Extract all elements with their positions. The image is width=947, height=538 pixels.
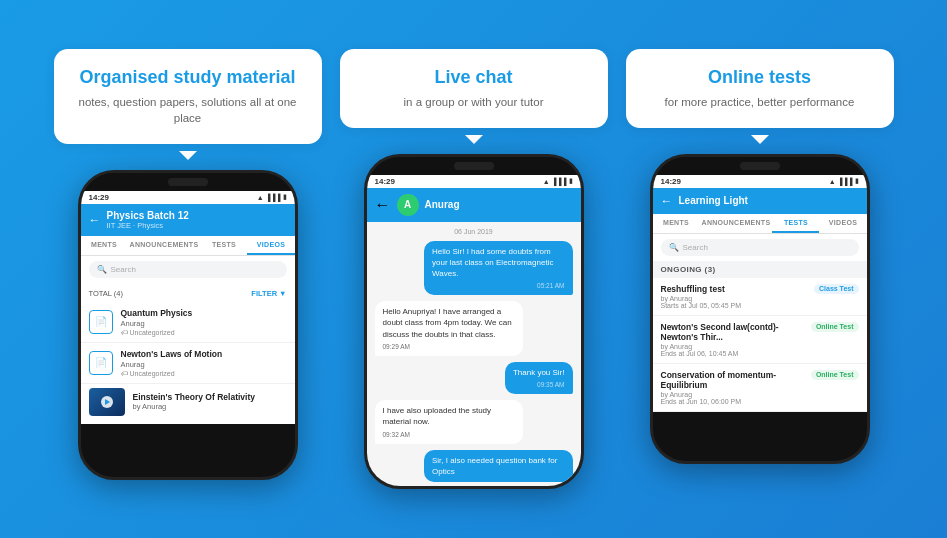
notch-pill-3 (740, 162, 780, 170)
test-name-1: Reshuffling test (661, 284, 811, 294)
list-item[interactable]: Conservation of momentum-Equilibrium Onl… (653, 364, 867, 412)
msg-time-3: 09:35 AM (513, 380, 565, 389)
msg-time-4: 09:32 AM (383, 430, 516, 439)
wifi-icon-2: ▲ (543, 178, 550, 185)
list-item[interactable]: 📄 Quantum Physics Anurag 🏷 Uncategorized (81, 302, 295, 343)
battery-icon-3: ▮ (855, 177, 859, 185)
search-icon-3: 🔍 (669, 243, 679, 252)
panel-online-tests: Online tests for more practice, better p… (626, 49, 894, 464)
file-tag-1: 🏷 Uncategorized (121, 329, 193, 336)
phone-2: 14:29 ▲ ▐▐▐ ▮ ← A Anurag 06 Jun 2019 Hel… (364, 154, 584, 489)
chat-screen-2: 06 Jun 2019 Hello Sir! I had some doubts… (367, 222, 581, 486)
callout-heading-3: Online tests (648, 67, 872, 89)
time-2: 14:29 (375, 177, 395, 186)
back-arrow-3[interactable]: ← (661, 194, 673, 208)
search-placeholder-1: Search (111, 265, 136, 274)
tag-icon-1: 🏷 (121, 329, 128, 336)
play-button-1[interactable] (101, 396, 113, 408)
tab-ments-1[interactable]: MENTS (81, 236, 128, 255)
play-triangle-icon-1 (105, 399, 110, 405)
search-bar-3: 🔍 Search (653, 234, 867, 261)
file-info-1: Quantum Physics Anurag 🏷 Uncategorized (121, 308, 193, 336)
test-title-row-3: Conservation of momentum-Equilibrium Onl… (661, 370, 859, 390)
notch-pill-1 (168, 178, 208, 186)
title-block-3: Learning Light (679, 195, 859, 206)
status-bar-3: 14:29 ▲ ▐▐▐ ▮ (653, 175, 867, 188)
file-author-1: Anurag (121, 319, 193, 328)
callout-online-tests: Online tests for more practice, better p… (626, 49, 894, 128)
list-item: I have also uploaded the study material … (375, 400, 524, 443)
tests-screen-3: ONGOING (3) Reshuffling test Class Test … (653, 261, 867, 412)
app-title-3: Learning Light (679, 195, 859, 206)
list-item: Sir, I also needed question bank for Opt… (424, 450, 573, 482)
file-author-2: Anurag (121, 360, 223, 369)
phone-notch-3 (653, 157, 867, 175)
phone-notch-1 (81, 173, 295, 191)
test-date-1: Starts at Jul 05, 05:45 PM (661, 302, 859, 309)
list-item[interactable]: Einstein's Theory Of Relativity by Anura… (81, 384, 295, 420)
list-item[interactable]: 📄 Newton's Laws of Motion Anurag 🏷 Uncat… (81, 343, 295, 384)
phone-1: 14:29 ▲ ▐▐▐ ▮ ← Physics Batch 12 IIT JEE… (78, 170, 298, 480)
test-title-row-1: Reshuffling test Class Test (661, 284, 859, 294)
title-block-1: Physics Batch 12 IIT JEE · Physics (107, 210, 287, 230)
battery-icon-2: ▮ (569, 177, 573, 185)
wifi-icon-1: ▲ (257, 194, 264, 201)
tab-announcements-1[interactable]: ANNOUNCEMENTS (128, 236, 201, 255)
time-3: 14:29 (661, 177, 681, 186)
list-item[interactable]: Reshuffling test Class Test by Anurag St… (653, 278, 867, 316)
panel-live-chat: Live chat in a group or with your tutor … (340, 49, 608, 489)
time-1: 14:29 (89, 193, 109, 202)
search-input-container-3[interactable]: 🔍 Search (661, 239, 859, 256)
thumb-info-1: Einstein's Theory Of Relativity by Anura… (133, 392, 255, 411)
callout-heading-1: Organised study material (76, 67, 300, 89)
back-arrow-2[interactable]: ← (375, 196, 391, 214)
ongoing-header-3: ONGOING (3) (653, 261, 867, 278)
search-placeholder-3: Search (683, 243, 708, 252)
status-icons-2: ▲ ▐▐▐ ▮ (543, 177, 573, 185)
filter-row-1: TOTAL (4) FILTER ▼ (81, 287, 295, 302)
tag-icon-2: 🏷 (121, 370, 128, 377)
msg-text-4: I have also uploaded the study material … (383, 405, 516, 427)
signal-icon-2: ▐▐▐ (552, 178, 567, 185)
list-item[interactable]: Newton's Second law(contd)-Newton's Thir… (653, 316, 867, 364)
list-item: Thank you Sir! 09:35 AM (505, 362, 573, 394)
chat-app-bar-2: ← A Anurag (367, 188, 581, 222)
tab-announcements-3[interactable]: ANNOUNCEMENTS (700, 214, 773, 233)
app-subtitle-1: IIT JEE · Physics (107, 221, 287, 230)
app-bar-3: ← Learning Light (653, 188, 867, 214)
date-divider-2: 06 Jun 2019 (367, 222, 581, 237)
video-thumbnail-1 (89, 388, 125, 416)
tab-videos-3[interactable]: VIDEOS (819, 214, 866, 233)
search-input-container-1[interactable]: 🔍 Search (89, 261, 287, 278)
search-bar-1: 🔍 Search (81, 256, 295, 283)
phone-notch-2 (367, 157, 581, 175)
phone-3: 14:29 ▲ ▐▐▐ ▮ ← Learning Light MENTS ANN… (650, 154, 870, 464)
messages-container-2: Hello Sir! I had some doubts from your l… (367, 237, 581, 486)
file-name-1: Quantum Physics (121, 308, 193, 318)
msg-text-2: Hello Anupriya! I have arranged a doubt … (383, 306, 516, 340)
test-author-2: by Anurag (661, 343, 859, 350)
file-tag-2: 🏷 Uncategorized (121, 370, 223, 377)
signal-icon-1: ▐▐▐ (266, 194, 281, 201)
tab-tests-1[interactable]: TESTS (200, 236, 247, 255)
back-arrow-1[interactable]: ← (89, 213, 101, 227)
app-bar-1: ← Physics Batch 12 IIT JEE · Physics (81, 204, 295, 236)
tabs-1: MENTS ANNOUNCEMENTS TESTS VIDEOS (81, 236, 295, 256)
total-label-1: TOTAL (4) (89, 289, 123, 298)
tab-ments-3[interactable]: MENTS (653, 214, 700, 233)
list-item: Hello Sir! I had some doubts from your l… (424, 241, 573, 296)
callout-subtext-2: in a group or with your tutor (362, 94, 586, 110)
callout-subtext-1: notes, question papers, solutions all at… (76, 94, 300, 126)
tab-videos-1[interactable]: VIDEOS (247, 236, 294, 255)
signal-icon-3: ▐▐▐ (838, 178, 853, 185)
list-item: Hello Anupriya! I have arranged a doubt … (375, 301, 524, 356)
tab-tests-3[interactable]: TESTS (772, 214, 819, 233)
msg-text-5: Sir, I also needed question bank for Opt… (432, 455, 565, 477)
panels-container: Organised study material notes, question… (0, 31, 947, 507)
filter-button-1[interactable]: FILTER ▼ (251, 289, 286, 298)
test-author-1: by Anurag (661, 295, 859, 302)
app-title-1: Physics Batch 12 (107, 210, 287, 221)
video-author-1: by Anurag (133, 402, 255, 411)
tabs-3: MENTS ANNOUNCEMENTS TESTS VIDEOS (653, 214, 867, 234)
test-name-3: Conservation of momentum-Equilibrium (661, 370, 807, 390)
